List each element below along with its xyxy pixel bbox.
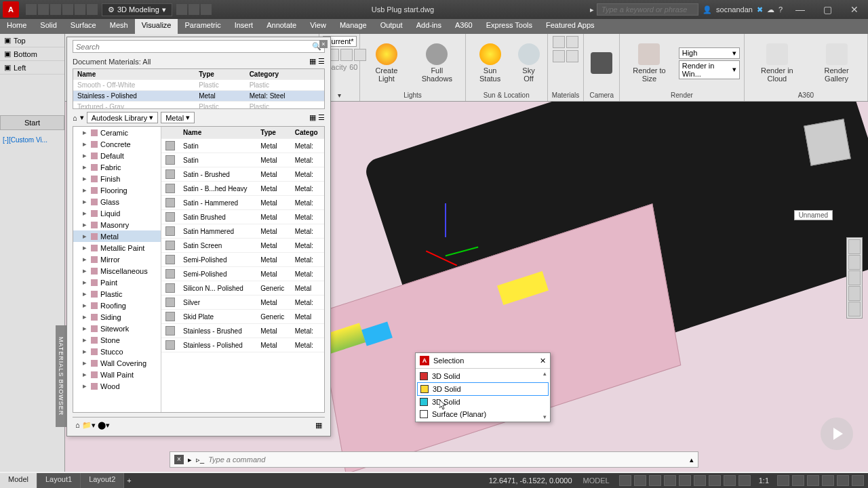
render-size-button[interactable]: Render to Size bbox=[624, 42, 675, 84]
doc-materials-list[interactable]: NameTypeCategory Smooth - Off-WhitePlast… bbox=[73, 68, 325, 109]
camera-button[interactable] bbox=[588, 51, 615, 75]
col-name[interactable]: Name bbox=[73, 69, 195, 80]
tab-manage[interactable]: Manage bbox=[333, 19, 374, 34]
material-row[interactable]: SilverMetalMetal: bbox=[161, 296, 324, 310]
st-grid[interactable] bbox=[619, 475, 631, 486]
st-hw[interactable] bbox=[822, 475, 834, 486]
close-button[interactable]: ✕ bbox=[841, 1, 868, 18]
qat-redo[interactable] bbox=[87, 4, 98, 15]
nav-orbit[interactable] bbox=[848, 286, 861, 301]
gizmo-z[interactable] bbox=[445, 203, 446, 237]
materials-browser-tab[interactable]: MATERIALS BROWSER bbox=[56, 325, 66, 427]
qat-new[interactable] bbox=[26, 4, 37, 15]
selection-item[interactable]: Surface (Planar) bbox=[417, 408, 549, 420]
view-bottom[interactable]: ▣Bottom bbox=[0, 47, 64, 61]
st-iso[interactable] bbox=[807, 475, 819, 486]
exchange-icon[interactable]: ✖ bbox=[757, 5, 763, 14]
tree-node-fabric[interactable]: ▸Fabric bbox=[73, 161, 161, 173]
tab-home[interactable]: Home bbox=[0, 19, 33, 34]
tab-express-tools[interactable]: Express Tools bbox=[479, 19, 539, 34]
mat-ico-2[interactable] bbox=[566, 36, 578, 48]
list-mode-icon[interactable]: ☰ bbox=[318, 57, 325, 65]
doc-material-row[interactable]: Smooth - Off-WhitePlasticPlastic bbox=[73, 80, 324, 91]
gcol-cat[interactable]: Catego bbox=[291, 127, 324, 139]
nav-showmotion[interactable] bbox=[848, 302, 861, 317]
mat-ico-1[interactable] bbox=[553, 36, 565, 48]
mat-ico-4[interactable] bbox=[566, 50, 578, 62]
home-icon[interactable]: ⌂ bbox=[73, 114, 77, 122]
nav-steering[interactable] bbox=[848, 239, 861, 254]
view-top[interactable]: ▣Top bbox=[0, 34, 64, 47]
selection-item[interactable]: 3D Solid bbox=[417, 382, 549, 396]
user-label[interactable]: socnandan bbox=[716, 5, 753, 14]
mat-ico-3[interactable] bbox=[553, 50, 565, 62]
library-drop[interactable]: Autodesk Library▾ bbox=[87, 112, 159, 123]
tab-visualize[interactable]: Visualize bbox=[135, 19, 178, 34]
tree-node-flooring[interactable]: ▸Flooring bbox=[73, 184, 161, 196]
ucs-unnamed-label[interactable]: Unnamed bbox=[794, 210, 833, 220]
viewcube[interactable] bbox=[804, 119, 851, 166]
folder-drop[interactable]: Metal▾ bbox=[161, 112, 195, 123]
layout-tab-model[interactable]: Model bbox=[0, 473, 37, 488]
view-left[interactable]: ▣Left bbox=[0, 61, 64, 75]
full-shadows-button[interactable]: Full Shadows bbox=[413, 42, 461, 84]
tree-node-mirror[interactable]: ▸Mirror bbox=[73, 253, 161, 265]
material-row[interactable]: Stainless - PolishedMetalMetal: bbox=[161, 338, 324, 352]
tree-node-wood[interactable]: ▸Wood bbox=[73, 380, 161, 392]
material-row[interactable]: Semi-PolishedMetalMetal: bbox=[161, 267, 324, 281]
tree-node-plastic[interactable]: ▸Plastic bbox=[73, 288, 161, 300]
tree-node-wall-paint[interactable]: ▸Wall Paint bbox=[73, 369, 161, 380]
material-row[interactable]: Satin - HammeredMetalMetal: bbox=[161, 196, 324, 210]
st-polar[interactable] bbox=[664, 475, 676, 486]
layout-tab-layout2[interactable]: Layout2 bbox=[81, 473, 124, 488]
tab-parametric[interactable]: Parametric bbox=[178, 19, 227, 34]
signin-icon[interactable]: 👤 bbox=[703, 5, 712, 14]
st-dyn[interactable] bbox=[724, 475, 736, 486]
info-badge[interactable]: ▸ bbox=[590, 5, 594, 14]
doc-material-row[interactable]: Textured - GrayPlasticPlastic bbox=[73, 102, 324, 110]
material-grid[interactable]: NameTypeCatego SatinMetalMetal:SatinMeta… bbox=[161, 127, 324, 412]
category-tree[interactable]: ▸Ceramic▸Concrete▸Default▸Fabric▸Finish▸… bbox=[73, 127, 161, 412]
qat-undo[interactable] bbox=[75, 4, 85, 15]
anno-scale[interactable]: 1:1 bbox=[755, 476, 773, 485]
lib-view-icon[interactable]: ▦ bbox=[309, 113, 316, 121]
cmdline-arrow[interactable]: ▸ bbox=[188, 455, 192, 464]
sun-status-button[interactable]: Sun Status bbox=[470, 42, 510, 84]
tree-node-liquid[interactable]: ▸Liquid bbox=[73, 207, 161, 219]
material-row[interactable]: Satin BrushedMetalMetal: bbox=[161, 210, 324, 224]
st-lw[interactable] bbox=[738, 475, 751, 486]
qat-saveas[interactable] bbox=[62, 4, 73, 15]
qat-btn-b[interactable] bbox=[189, 4, 199, 15]
sel-scroll-down[interactable]: ▾ bbox=[540, 413, 549, 420]
selection-item[interactable]: 3D Solid bbox=[417, 370, 549, 382]
qat-open[interactable] bbox=[38, 4, 49, 15]
tab-solid[interactable]: Solid bbox=[33, 19, 63, 34]
command-input[interactable] bbox=[208, 455, 686, 464]
render-window-drop[interactable]: Render in Win...▾ bbox=[679, 60, 740, 79]
material-row[interactable]: Semi-PolishedMetalMetal: bbox=[161, 253, 324, 267]
workspace-dropdown[interactable]: ⚙ 3D Modeling ▾ bbox=[102, 3, 172, 16]
st-clean[interactable] bbox=[837, 475, 849, 486]
material-row[interactable]: Satin ScreenMetalMetal: bbox=[161, 239, 324, 253]
doc-material-row[interactable]: Stainless - PolishedMetalMetal: Steel bbox=[73, 91, 324, 102]
tree-node-metal[interactable]: ▸Metal bbox=[73, 230, 161, 242]
app-icon[interactable]: A bbox=[3, 1, 19, 18]
st-otrack[interactable] bbox=[709, 475, 721, 486]
sky-off-button[interactable]: Sky Off bbox=[514, 42, 542, 84]
qat-btn-a[interactable] bbox=[176, 4, 187, 15]
material-row[interactable]: Stainless - BrushedMetalMetal: bbox=[161, 324, 324, 338]
footer-home-icon[interactable]: ⌂ bbox=[75, 421, 80, 429]
material-row[interactable]: SatinMetalMetal: bbox=[161, 139, 324, 153]
maximize-button[interactable]: ▢ bbox=[814, 1, 841, 18]
nav-zoom[interactable] bbox=[848, 270, 861, 285]
tree-node-miscellaneous[interactable]: ▸Miscellaneous bbox=[73, 265, 161, 277]
selection-item[interactable]: 3D Solid bbox=[417, 396, 549, 408]
tree-node-stucco[interactable]: ▸Stucco bbox=[73, 346, 161, 357]
col-category[interactable]: Category bbox=[245, 69, 324, 80]
layout-tab-layout1[interactable]: Layout1 bbox=[37, 473, 81, 488]
material-row[interactable]: Satin - B...hed HeavyMetalMetal: bbox=[161, 182, 324, 196]
material-row[interactable]: Silicon N... PolishedGenericMetal bbox=[161, 281, 324, 296]
add-layout[interactable]: + bbox=[124, 476, 134, 485]
material-row[interactable]: SatinMetalMetal: bbox=[161, 153, 324, 167]
st-3dosnap[interactable] bbox=[694, 475, 706, 486]
